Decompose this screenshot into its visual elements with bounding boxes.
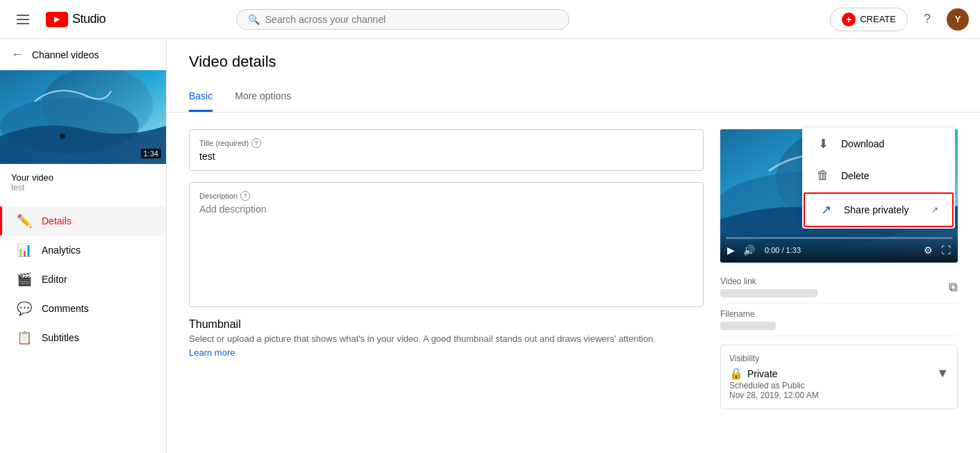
top-nav: Studio 🔍 + CREATE ? Y	[0, 0, 980, 39]
dropdown-item-download[interactable]: ⬇ Download	[802, 128, 955, 160]
hamburger-menu[interactable]	[11, 9, 35, 30]
dropdown-menu: ⬇ Download 🗑 Delete ↗ Share privately ↗	[802, 128, 955, 229]
visibility-section[interactable]: Visibility 🔒 Private ▼ Scheduled as Publ…	[720, 345, 958, 409]
active-bar	[0, 206, 2, 236]
details-icon: ✏️	[17, 213, 31, 229]
nav-right: + CREATE ? Y	[830, 8, 969, 31]
fullscreen-button[interactable]: ⛶	[940, 243, 952, 257]
tab-basic[interactable]: Basic	[189, 82, 213, 112]
play-button[interactable]: ▶	[726, 243, 736, 257]
logo: Studio	[46, 12, 106, 27]
title-help-icon[interactable]: ?	[251, 138, 261, 148]
logo-text: Studio	[72, 12, 106, 26]
sidebar-item-comments[interactable]: 💬 Comments	[0, 294, 166, 323]
comments-icon: 💬	[17, 301, 31, 316]
sidebar-item-analytics[interactable]: 📊 Analytics	[0, 236, 166, 265]
sidebar: ← Channel videos	[0, 39, 167, 453]
search-bar[interactable]: 🔍	[236, 9, 570, 30]
help-button[interactable]: ?	[916, 8, 938, 31]
sidebar-video-subtitle: test	[11, 183, 155, 192]
sidebar-nav: ✏️ Details 📊 Analytics 🎬 Editor 💬 Commen…	[0, 201, 166, 358]
time-display: 0:00 / 1:33	[765, 246, 801, 254]
settings-button[interactable]: ⚙	[922, 243, 934, 257]
sidebar-item-label-editor: Editor	[42, 274, 67, 285]
thumbnail-learn-more-link[interactable]: Learn more	[189, 347, 235, 358]
video-link-value	[720, 289, 817, 297]
sidebar-video-title: Your video	[11, 172, 155, 183]
avatar[interactable]: Y	[947, 8, 969, 31]
delete-icon: 🗑	[816, 168, 830, 183]
delete-label: Delete	[841, 170, 869, 181]
scheduled-label: Scheduled as Public	[729, 381, 949, 390]
progress-bar[interactable]	[726, 237, 952, 239]
create-button[interactable]: + CREATE	[830, 8, 908, 31]
visibility-label: Visibility	[729, 354, 949, 363]
form-section: Title (required) ? Description ? Thumbna…	[189, 129, 704, 409]
dropdown-item-delete[interactable]: 🗑 Delete	[802, 160, 955, 191]
video-link-label: Video link	[720, 277, 817, 286]
volume-button[interactable]: 🔊	[742, 243, 756, 257]
sidebar-back[interactable]: ← Channel videos	[0, 39, 166, 70]
chevron-down-icon: ▼	[936, 366, 949, 381]
subtitles-icon: 📋	[17, 330, 31, 345]
create-plus-icon: +	[842, 13, 856, 26]
filename-value	[720, 322, 776, 330]
tabs-bar: Basic More options	[167, 82, 980, 113]
download-label: Download	[841, 138, 884, 149]
visibility-value: 🔒 Private	[729, 367, 778, 380]
page-header: Video details	[167, 39, 980, 71]
editor-icon: 🎬	[17, 272, 31, 287]
page-title: Video details	[189, 53, 958, 71]
external-link-icon: ↗	[931, 205, 938, 215]
sidebar-back-label: Channel videos	[32, 49, 99, 60]
youtube-logo-icon	[46, 12, 68, 27]
title-input[interactable]	[199, 151, 693, 162]
description-input[interactable]	[199, 204, 693, 301]
description-field[interactable]: Description ?	[189, 182, 704, 307]
sidebar-item-editor[interactable]: 🎬 Editor	[0, 265, 166, 294]
share-icon: ↗	[819, 202, 833, 217]
scheduled-date: Nov 28, 2019, 12:00 AM	[729, 390, 949, 400]
description-help-icon[interactable]: ?	[240, 191, 250, 201]
app-body: ← Channel videos	[0, 39, 980, 453]
tab-more-options[interactable]: More options	[235, 82, 291, 112]
private-icon: 🔒	[729, 367, 743, 380]
main-content: Video details Basic More options Title (…	[167, 39, 980, 453]
thumbnail-heading: Thumbnail	[189, 318, 704, 331]
sidebar-item-label-details: Details	[42, 215, 72, 226]
sidebar-thumbnail[interactable]: 1:34	[0, 70, 167, 164]
thumbnail-description: Select or upload a picture that shows wh…	[189, 333, 704, 344]
sidebar-item-label-comments: Comments	[42, 303, 89, 314]
video-info-section: Video link ⧉ Filename	[720, 271, 958, 336]
video-link-row: Video link ⧉	[720, 271, 958, 304]
title-label: Title (required) ?	[199, 138, 693, 148]
analytics-icon: 📊	[17, 242, 31, 258]
share-privately-label: Share privately	[844, 204, 908, 215]
create-label: CREATE	[860, 14, 896, 24]
filename-row: Filename	[720, 304, 958, 336]
ctrl-row: ▶ 🔊 0:00 / 1:33 ⚙ ⛶	[726, 243, 952, 257]
back-arrow-icon: ←	[11, 47, 24, 62]
visibility-header: 🔒 Private ▼	[729, 366, 949, 381]
player-controls: ▶ 🔊 0:00 / 1:33 ⚙ ⛶	[720, 231, 958, 263]
sidebar-item-label-subtitles: Subtitles	[42, 332, 79, 343]
filename-label: Filename	[720, 309, 776, 319]
description-label: Description ?	[199, 191, 693, 201]
sidebar-item-subtitles[interactable]: 📋 Subtitles	[0, 323, 166, 352]
dropdown-item-share-privately[interactable]: ↗ Share privately ↗	[804, 192, 954, 227]
search-input[interactable]	[265, 14, 558, 25]
sidebar-item-details[interactable]: ✏️ Details	[0, 206, 166, 236]
video-duration-badge: 1:34	[141, 149, 161, 158]
sidebar-video-info: Your video test	[0, 164, 166, 201]
download-icon: ⬇	[816, 136, 830, 151]
title-field[interactable]: Title (required) ?	[189, 129, 704, 171]
sidebar-item-label-analytics: Analytics	[42, 245, 81, 256]
copy-link-button[interactable]: ⧉	[949, 280, 958, 295]
search-icon: 🔍	[248, 14, 260, 25]
thumbnail-section: Thumbnail Select or upload a picture tha…	[189, 318, 704, 358]
